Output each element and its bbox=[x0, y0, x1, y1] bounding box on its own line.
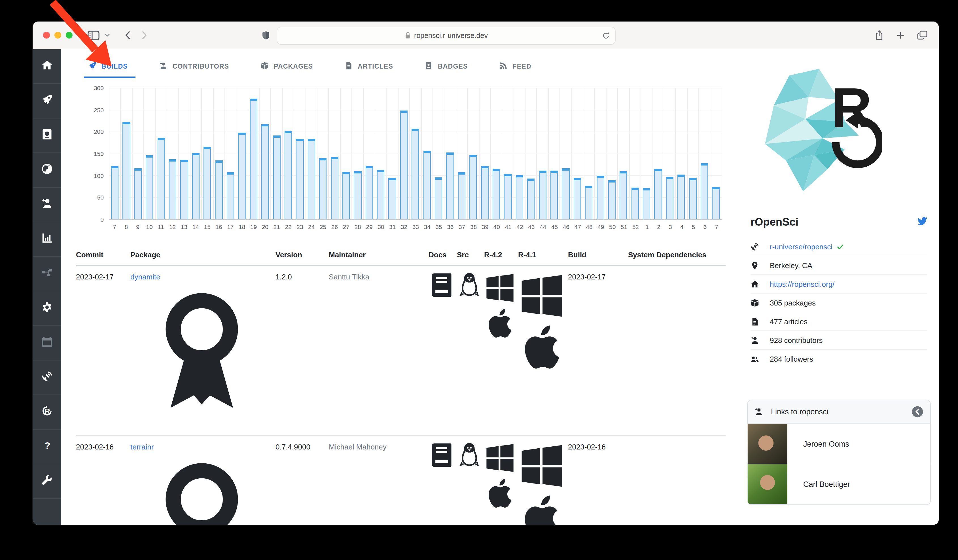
windows-icon[interactable] bbox=[484, 297, 516, 306]
apple-icon[interactable] bbox=[484, 502, 516, 511]
tab-articles[interactable]: ARTICLES bbox=[345, 62, 393, 71]
chart-bar-week-20[interactable] bbox=[261, 124, 269, 219]
apple-icon[interactable] bbox=[484, 332, 516, 341]
sidebar-item-contributors[interactable] bbox=[33, 187, 61, 222]
chart-bar-week-19[interactable] bbox=[250, 98, 257, 219]
chart-bar-week-27[interactable] bbox=[343, 172, 350, 219]
chart-bar-week-16[interactable] bbox=[215, 160, 222, 219]
share-icon[interactable] bbox=[875, 30, 884, 40]
sidebar-item-apis[interactable] bbox=[33, 360, 61, 395]
sidebar-item-builds[interactable] bbox=[33, 84, 61, 119]
chart-bar-week-49[interactable] bbox=[596, 175, 604, 219]
close-window-button[interactable] bbox=[43, 32, 50, 38]
chart-bar-week-15[interactable] bbox=[203, 146, 211, 219]
chart-bar-week-24[interactable] bbox=[308, 139, 315, 219]
chart-bar-week-22[interactable] bbox=[285, 131, 292, 219]
address-bar[interactable]: ropensci.r-universe.dev bbox=[277, 27, 615, 45]
chart-bar-week-37[interactable] bbox=[458, 173, 465, 219]
chart-bar-week-12[interactable] bbox=[169, 159, 176, 219]
chart-bar-week-47[interactable] bbox=[573, 178, 581, 219]
chart-bar-week-4[interactable] bbox=[677, 175, 685, 219]
chart-bar-week-38[interactable] bbox=[469, 154, 477, 219]
award-icon[interactable] bbox=[130, 419, 273, 427]
linked-user-row[interactable]: Jeroen Ooms bbox=[748, 424, 930, 464]
chart-bar-week-21[interactable] bbox=[273, 136, 280, 219]
sidebar-toggle-icon[interactable] bbox=[87, 30, 100, 40]
profile-link[interactable]: https://ropensci.org/ bbox=[770, 280, 834, 288]
tab-contributors[interactable]: CONTRIBUTORS bbox=[160, 62, 229, 71]
chart-bar-week-1[interactable] bbox=[643, 188, 650, 219]
tab-overview-icon[interactable] bbox=[917, 31, 927, 40]
chart-bar-week-44[interactable] bbox=[539, 171, 546, 219]
chart-bar-week-36[interactable] bbox=[446, 153, 454, 219]
book-icon[interactable] bbox=[428, 291, 455, 300]
sidebar-item-dependencies[interactable] bbox=[33, 257, 61, 291]
chart-bar-week-43[interactable] bbox=[527, 179, 535, 219]
chart-bar-week-18[interactable] bbox=[238, 133, 246, 219]
penguin-icon[interactable] bbox=[457, 290, 482, 299]
sidebar-item-settings[interactable] bbox=[33, 291, 61, 326]
chart-bar-week-8[interactable] bbox=[123, 122, 130, 219]
chart-bar-week-29[interactable] bbox=[365, 167, 373, 219]
sidebar-item-r-logo[interactable]: R bbox=[33, 395, 61, 430]
windows-icon[interactable] bbox=[518, 313, 566, 321]
chart-bar-week-7[interactable] bbox=[111, 166, 119, 219]
chart-bar-week-13[interactable] bbox=[181, 160, 188, 219]
privacy-shield-icon[interactable] bbox=[262, 30, 270, 40]
chart-bar-week-6[interactable] bbox=[701, 163, 708, 219]
chart-bar-week-11[interactable] bbox=[157, 138, 165, 219]
chart-bar-week-33[interactable] bbox=[412, 128, 419, 219]
package-link[interactable]: dynamite bbox=[130, 273, 160, 281]
collapse-back-icon[interactable] bbox=[912, 406, 923, 418]
sidebar-item-universe[interactable] bbox=[33, 153, 61, 187]
penguin-icon[interactable] bbox=[457, 460, 482, 468]
chart-bar-week-46[interactable] bbox=[562, 168, 569, 219]
chart-bar-week-30[interactable] bbox=[377, 170, 384, 219]
chart-bar-week-3[interactable] bbox=[666, 177, 673, 219]
tab-feed[interactable]: FEED bbox=[500, 62, 531, 71]
sidebar-item-schedule[interactable] bbox=[33, 326, 61, 360]
chart-bar-week-28[interactable] bbox=[354, 171, 362, 219]
sidebar-item-tools[interactable] bbox=[33, 464, 61, 499]
chart-bar-week-50[interactable] bbox=[608, 180, 615, 219]
chart-bar-week-45[interactable] bbox=[550, 171, 558, 219]
chart-bar-week-2[interactable] bbox=[655, 169, 662, 219]
sidebar-item-home[interactable] bbox=[33, 49, 61, 84]
minimize-window-button[interactable] bbox=[54, 32, 61, 38]
forward-button[interactable] bbox=[142, 31, 148, 40]
windows-icon[interactable] bbox=[518, 482, 566, 491]
new-tab-icon[interactable] bbox=[896, 31, 905, 40]
chart-bar-week-35[interactable] bbox=[435, 178, 442, 219]
chart-bar-week-5[interactable] bbox=[689, 178, 696, 219]
chart-bar-week-48[interactable] bbox=[585, 186, 592, 219]
sidebar-item-stats[interactable] bbox=[33, 222, 61, 257]
chevron-down-icon[interactable] bbox=[104, 33, 110, 37]
maintainer-cell[interactable]: Michael Mahoney bbox=[329, 435, 428, 525]
chart-bar-week-51[interactable] bbox=[620, 171, 627, 219]
chart-bar-week-40[interactable] bbox=[493, 169, 500, 219]
tab-badges[interactable]: BADGES bbox=[425, 62, 468, 71]
package-link[interactable]: terrainr bbox=[130, 443, 154, 451]
chart-bar-week-7[interactable] bbox=[712, 187, 720, 219]
chart-bar-week-9[interactable] bbox=[134, 169, 142, 219]
sidebar-item-help[interactable]: ? bbox=[33, 430, 61, 464]
chart-bar-week-14[interactable] bbox=[192, 153, 200, 219]
reload-icon[interactable] bbox=[602, 32, 610, 40]
profile-link[interactable]: r-universe/ropensci bbox=[770, 242, 833, 251]
chart-bar-week-25[interactable] bbox=[319, 158, 327, 219]
chart-bar-week-10[interactable] bbox=[146, 155, 153, 219]
chart-bar-week-31[interactable] bbox=[389, 178, 396, 219]
chart-bar-week-41[interactable] bbox=[504, 174, 512, 219]
linked-user-row[interactable]: Carl Boettiger bbox=[748, 464, 930, 504]
chart-bar-week-34[interactable] bbox=[423, 151, 431, 219]
sidebar-item-passport[interactable] bbox=[33, 119, 61, 153]
chart-bar-week-42[interactable] bbox=[516, 175, 523, 219]
apple-icon[interactable] bbox=[518, 364, 566, 373]
back-button[interactable] bbox=[125, 31, 130, 40]
book-icon[interactable] bbox=[428, 461, 455, 470]
twitter-icon[interactable] bbox=[917, 216, 927, 228]
tab-builds[interactable]: BUILDS bbox=[89, 62, 128, 71]
zoom-window-button[interactable] bbox=[66, 32, 73, 38]
chart-bar-week-32[interactable] bbox=[400, 111, 408, 219]
chart-bar-week-23[interactable] bbox=[296, 139, 303, 219]
